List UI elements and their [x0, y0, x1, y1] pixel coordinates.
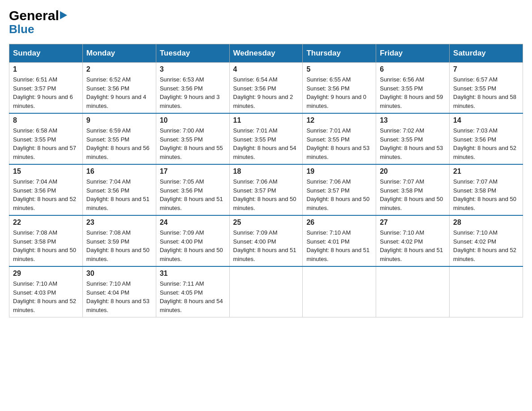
- calendar-week-row: 8Sunrise: 6:58 AMSunset: 3:55 PMDaylight…: [9, 113, 523, 164]
- day-number: 25: [233, 218, 299, 227]
- day-info: Sunrise: 7:04 AMSunset: 3:56 PMDaylight:…: [86, 177, 152, 212]
- calendar-cell: 10Sunrise: 7:00 AMSunset: 3:55 PMDayligh…: [156, 113, 229, 164]
- day-number: 20: [380, 167, 446, 176]
- day-info: Sunrise: 7:11 AMSunset: 4:05 PMDaylight:…: [160, 279, 226, 314]
- day-number: 9: [86, 116, 152, 124]
- calendar-cell: [376, 266, 450, 317]
- day-info: Sunrise: 7:10 AMSunset: 4:02 PMDaylight:…: [453, 228, 519, 263]
- day-number: 6: [380, 65, 446, 73]
- calendar-cell: 24Sunrise: 7:09 AMSunset: 4:00 PMDayligh…: [156, 215, 229, 266]
- day-number: 11: [233, 116, 299, 124]
- logo-triangle-icon: [60, 11, 67, 21]
- calendar-cell: 26Sunrise: 7:10 AMSunset: 4:01 PMDayligh…: [303, 215, 376, 266]
- calendar-cell: 4Sunrise: 6:54 AMSunset: 3:56 PMDaylight…: [229, 63, 303, 114]
- calendar-cell: 5Sunrise: 6:55 AMSunset: 3:56 PMDaylight…: [303, 63, 376, 114]
- day-number: 13: [380, 116, 446, 124]
- day-info: Sunrise: 7:01 AMSunset: 3:55 PMDaylight:…: [233, 126, 299, 161]
- calendar-cell: 17Sunrise: 7:05 AMSunset: 3:56 PMDayligh…: [156, 164, 229, 215]
- day-number: 14: [453, 116, 519, 124]
- calendar-cell: 13Sunrise: 7:02 AMSunset: 3:55 PMDayligh…: [376, 113, 450, 164]
- column-header-friday: Friday: [376, 44, 450, 63]
- day-info: Sunrise: 7:09 AMSunset: 4:00 PMDaylight:…: [160, 228, 226, 263]
- calendar-cell: 19Sunrise: 7:06 AMSunset: 3:57 PMDayligh…: [303, 164, 376, 215]
- day-info: Sunrise: 7:02 AMSunset: 3:55 PMDaylight:…: [380, 126, 446, 161]
- calendar-week-row: 29Sunrise: 7:10 AMSunset: 4:03 PMDayligh…: [9, 266, 523, 317]
- page-header: General Blue: [9, 9, 523, 35]
- calendar-cell: 9Sunrise: 6:59 AMSunset: 3:55 PMDaylight…: [82, 113, 156, 164]
- day-info: Sunrise: 7:08 AMSunset: 3:58 PMDaylight:…: [13, 228, 79, 263]
- calendar-week-row: 1Sunrise: 6:51 AMSunset: 3:57 PMDaylight…: [9, 63, 523, 114]
- day-number: 8: [13, 116, 79, 124]
- day-info: Sunrise: 6:51 AMSunset: 3:57 PMDaylight:…: [13, 75, 79, 110]
- day-info: Sunrise: 7:07 AMSunset: 3:58 PMDaylight:…: [453, 177, 519, 212]
- logo-blue-text: Blue: [9, 22, 34, 36]
- day-info: Sunrise: 7:07 AMSunset: 3:58 PMDaylight:…: [380, 177, 446, 212]
- day-number: 2: [86, 65, 152, 73]
- day-info: Sunrise: 6:53 AMSunset: 3:56 PMDaylight:…: [160, 75, 226, 110]
- logo-wordmark: General: [9, 9, 59, 22]
- day-info: Sunrise: 7:09 AMSunset: 4:00 PMDaylight:…: [233, 228, 299, 263]
- day-number: 16: [86, 167, 152, 176]
- calendar-cell: 22Sunrise: 7:08 AMSunset: 3:58 PMDayligh…: [9, 215, 83, 266]
- calendar-cell: 20Sunrise: 7:07 AMSunset: 3:58 PMDayligh…: [376, 164, 450, 215]
- day-info: Sunrise: 6:58 AMSunset: 3:55 PMDaylight:…: [13, 126, 79, 161]
- day-info: Sunrise: 6:52 AMSunset: 3:56 PMDaylight:…: [86, 75, 152, 110]
- day-number: 7: [453, 65, 519, 73]
- calendar-cell: 6Sunrise: 6:56 AMSunset: 3:55 PMDaylight…: [376, 63, 450, 114]
- calendar-cell: 12Sunrise: 7:01 AMSunset: 3:55 PMDayligh…: [303, 113, 376, 164]
- day-number: 3: [160, 65, 226, 73]
- calendar-cell: 23Sunrise: 7:08 AMSunset: 3:59 PMDayligh…: [82, 215, 156, 266]
- day-number: 18: [233, 167, 299, 176]
- day-info: Sunrise: 6:57 AMSunset: 3:55 PMDaylight:…: [453, 75, 519, 110]
- day-number: 15: [13, 167, 79, 176]
- calendar-cell: 2Sunrise: 6:52 AMSunset: 3:56 PMDaylight…: [82, 63, 156, 114]
- day-info: Sunrise: 7:06 AMSunset: 3:57 PMDaylight:…: [306, 177, 372, 212]
- day-number: 4: [233, 65, 299, 73]
- column-header-thursday: Thursday: [303, 44, 376, 63]
- day-number: 23: [86, 218, 152, 227]
- calendar-cell: 31Sunrise: 7:11 AMSunset: 4:05 PMDayligh…: [156, 266, 229, 317]
- calendar-header-row: SundayMondayTuesdayWednesdayThursdayFrid…: [9, 44, 523, 63]
- column-header-wednesday: Wednesday: [229, 44, 303, 63]
- calendar-cell: 28Sunrise: 7:10 AMSunset: 4:02 PMDayligh…: [450, 215, 523, 266]
- calendar-cell: [450, 266, 523, 317]
- day-info: Sunrise: 7:10 AMSunset: 4:01 PMDaylight:…: [306, 228, 372, 263]
- day-number: 12: [306, 116, 372, 124]
- day-info: Sunrise: 7:01 AMSunset: 3:55 PMDaylight:…: [306, 126, 372, 161]
- day-number: 22: [13, 218, 79, 227]
- day-info: Sunrise: 7:04 AMSunset: 3:56 PMDaylight:…: [13, 177, 79, 212]
- calendar-cell: 30Sunrise: 7:10 AMSunset: 4:04 PMDayligh…: [82, 266, 156, 317]
- calendar-cell: 1Sunrise: 6:51 AMSunset: 3:57 PMDaylight…: [9, 63, 83, 114]
- day-number: 19: [306, 167, 372, 176]
- day-info: Sunrise: 7:00 AMSunset: 3:55 PMDaylight:…: [160, 126, 226, 161]
- day-info: Sunrise: 7:10 AMSunset: 4:03 PMDaylight:…: [13, 279, 79, 314]
- day-info: Sunrise: 7:03 AMSunset: 3:56 PMDaylight:…: [453, 126, 519, 161]
- column-header-tuesday: Tuesday: [156, 44, 229, 63]
- day-info: Sunrise: 7:10 AMSunset: 4:02 PMDaylight:…: [380, 228, 446, 263]
- calendar-cell: 11Sunrise: 7:01 AMSunset: 3:55 PMDayligh…: [229, 113, 303, 164]
- day-number: 27: [380, 218, 446, 227]
- day-number: 1: [13, 65, 79, 73]
- day-number: 30: [86, 270, 152, 278]
- logo: General Blue: [9, 9, 67, 35]
- day-info: Sunrise: 7:08 AMSunset: 3:59 PMDaylight:…: [86, 228, 152, 263]
- svg-marker-0: [60, 11, 67, 19]
- day-number: 21: [453, 167, 519, 176]
- day-info: Sunrise: 6:55 AMSunset: 3:56 PMDaylight:…: [306, 75, 372, 110]
- day-number: 29: [13, 270, 79, 278]
- calendar-cell: 15Sunrise: 7:04 AMSunset: 3:56 PMDayligh…: [9, 164, 83, 215]
- calendar-cell: 16Sunrise: 7:04 AMSunset: 3:56 PMDayligh…: [82, 164, 156, 215]
- calendar-week-row: 15Sunrise: 7:04 AMSunset: 3:56 PMDayligh…: [9, 164, 523, 215]
- column-header-saturday: Saturday: [450, 44, 523, 63]
- column-header-sunday: Sunday: [9, 44, 83, 63]
- calendar-cell: 27Sunrise: 7:10 AMSunset: 4:02 PMDayligh…: [376, 215, 450, 266]
- day-info: Sunrise: 7:05 AMSunset: 3:56 PMDaylight:…: [160, 177, 226, 212]
- day-number: 26: [306, 218, 372, 227]
- calendar-cell: 3Sunrise: 6:53 AMSunset: 3:56 PMDaylight…: [156, 63, 229, 114]
- day-number: 24: [160, 218, 226, 227]
- day-info: Sunrise: 6:54 AMSunset: 3:56 PMDaylight:…: [233, 75, 299, 110]
- calendar-cell: 21Sunrise: 7:07 AMSunset: 3:58 PMDayligh…: [450, 164, 523, 215]
- day-number: 10: [160, 116, 226, 124]
- calendar-cell: [229, 266, 303, 317]
- day-info: Sunrise: 6:59 AMSunset: 3:55 PMDaylight:…: [86, 126, 152, 161]
